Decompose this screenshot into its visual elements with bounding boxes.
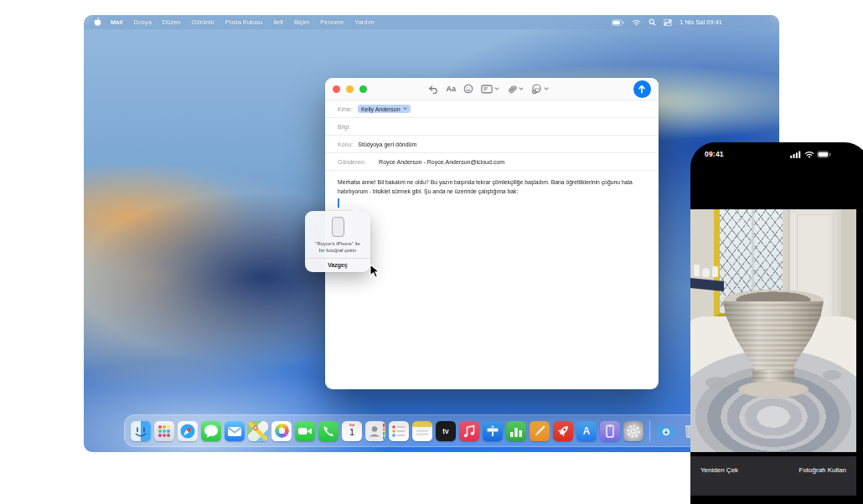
menu-item-mail[interactable]: Mail — [111, 18, 123, 26]
dock-divider — [649, 420, 650, 442]
iphone-mirroring-dock-icon[interactable] — [600, 421, 620, 441]
downloads-dock-icon[interactable] — [656, 421, 676, 441]
iphone-clock: 09:41 — [705, 150, 724, 158]
emoji-button[interactable] — [463, 84, 473, 94]
photos-flower-icon — [275, 424, 289, 438]
recipient-chip[interactable]: Kelly Anderson — [358, 105, 411, 113]
app-store-dock-icon[interactable]: A — [576, 421, 597, 441]
camera-action-bar: Yeniden Çek Fotoğrafı Kullan — [690, 456, 856, 496]
undo-button[interactable] — [428, 85, 438, 94]
send-button[interactable] — [633, 80, 651, 98]
text-caret — [338, 198, 339, 208]
numbers-dock-icon[interactable] — [506, 421, 526, 441]
menu-item-yardim[interactable]: Yardım — [354, 18, 375, 26]
window-controls — [333, 85, 367, 93]
minimize-window-button[interactable] — [346, 85, 354, 93]
notes-dock-icon[interactable] — [412, 421, 432, 441]
pages-dock-icon[interactable] — [530, 421, 550, 441]
launchpad-dock-icon[interactable] — [154, 421, 174, 441]
clay-splatter — [823, 370, 841, 380]
maps-dock-icon[interactable] — [248, 421, 268, 441]
photos-dock-icon[interactable] — [271, 421, 292, 441]
subject-field-row[interactable]: Konu: Stüdyoya geri döndüm — [325, 135, 659, 152]
header-fields-button[interactable] — [481, 85, 499, 94]
mail-toolbar: Aa — [325, 78, 659, 100]
facetime-dock-icon[interactable] — [295, 421, 315, 441]
subject-value: Stüdyoya geri döndüm — [358, 141, 416, 147]
wifi-icon — [804, 151, 814, 158]
menu-item-bicim[interactable]: Biçim — [294, 18, 309, 26]
close-window-button[interactable] — [333, 85, 340, 93]
format-button[interactable]: Aa — [446, 85, 456, 93]
menu-item-pencere[interactable]: Pencere — [320, 18, 344, 26]
menu-item-ileti[interactable]: İleti — [273, 18, 283, 26]
iphone-status-bar: 09:41 — [690, 142, 863, 164]
to-field-label: Kime: — [338, 106, 353, 112]
from-field-row[interactable]: Gönderen: Royce Anderson - Royce.Anderso… — [325, 152, 659, 170]
safari-dock-icon[interactable] — [178, 421, 198, 441]
cancel-button[interactable]: Vazgeç — [309, 259, 366, 272]
music-dock-icon[interactable] — [459, 421, 479, 441]
camera-preview-pottery — [690, 209, 856, 452]
send-arrow-icon — [638, 85, 646, 94]
cc-field-label: Bilgi: — [338, 124, 350, 130]
menu-bar-clock[interactable]: 1 Nis Sal 09:41 — [680, 18, 722, 26]
from-value: Royce Anderson - Royce.Anderson@icloud.c… — [379, 159, 504, 165]
chevron-down-icon — [403, 107, 407, 111]
cc-field-row[interactable]: Bilgi: — [325, 117, 659, 135]
clay-pot — [723, 290, 824, 398]
app-store-letter: A — [583, 425, 591, 437]
system-settings-dock-icon[interactable] — [623, 421, 643, 441]
iphone-screen: 09:41 — [690, 142, 863, 504]
ceramic-piece — [694, 265, 700, 276]
use-photo-button[interactable]: Fotoğrafı Kullan — [799, 466, 846, 474]
popup-message: "Royce's iPhone" ile bir fotoğraf çekin — [309, 240, 366, 254]
attach-file-button[interactable] — [507, 84, 524, 94]
ceramic-piece — [702, 268, 710, 277]
calendar-day-label: 1 — [342, 427, 362, 437]
mouse-pointer — [369, 264, 380, 282]
control-center-icon[interactable] — [664, 19, 672, 26]
mail-compose-window: Aa — [325, 78, 659, 389]
ceramic-piece — [712, 266, 718, 277]
reminders-dock-icon[interactable] — [389, 421, 409, 441]
calendar-dock-icon[interactable]: Sal 1 — [342, 421, 362, 441]
recipient-name: Kelly Anderson — [361, 106, 400, 112]
message-body[interactable]: Merhaba anne! Bil bakalım ne oldu? Bu ya… — [325, 171, 645, 197]
battery-icon[interactable] — [612, 19, 624, 26]
spotlight-search-icon[interactable] — [649, 18, 656, 26]
menu-item-dosya[interactable]: Dosya — [134, 18, 152, 26]
apple-tv-dock-icon[interactable]: tv — [436, 421, 456, 441]
tv-label: tv — [442, 427, 449, 435]
mail-dock-icon[interactable] — [225, 421, 245, 441]
finder-dock-icon[interactable] — [131, 421, 151, 441]
chevron-down-icon — [544, 87, 549, 90]
screenshot-stage: Mail Dosya Düzen Görüntü Posta Kutusu İl… — [0, 0, 863, 504]
chevron-down-icon — [519, 87, 524, 90]
menu-item-duzen[interactable]: Düzen — [163, 18, 181, 26]
from-field-label: Gönderen: — [338, 159, 365, 165]
rocket-app-dock-icon[interactable] — [553, 421, 573, 441]
zoom-window-button[interactable] — [359, 85, 367, 93]
retake-button[interactable]: Yeniden Çek — [700, 466, 738, 474]
to-field-row[interactable]: Kime: Kelly Anderson — [325, 100, 659, 117]
contacts-dock-icon[interactable] — [365, 421, 385, 441]
menu-item-posta-kutusu[interactable]: Posta Kutusu — [225, 18, 263, 26]
iphone-icon — [332, 217, 344, 237]
mac-display: Mail Dosya Düzen Görüntü Posta Kutusu İl… — [84, 15, 779, 452]
chevron-down-icon — [494, 87, 499, 90]
menu-item-goruntu[interactable]: Görüntü — [192, 18, 214, 26]
apple-menu-icon[interactable] — [94, 17, 101, 28]
dock: Sal 1 tv — [124, 414, 705, 447]
messages-dock-icon[interactable] — [201, 421, 221, 441]
subject-field-label: Konu: — [338, 141, 353, 147]
keynote-dock-icon[interactable] — [483, 421, 503, 441]
battery-icon — [817, 151, 831, 158]
continuity-camera-popup: "Royce's iPhone" ile bir fotoğraf çekin … — [305, 211, 370, 272]
cellular-signal-icon — [790, 151, 801, 158]
wifi-icon[interactable] — [632, 19, 641, 26]
insert-photo-button[interactable] — [531, 84, 549, 94]
phone-dock-icon[interactable] — [318, 421, 338, 441]
menu-bar: Mail Dosya Düzen Görüntü Posta Kutusu İl… — [84, 15, 779, 29]
